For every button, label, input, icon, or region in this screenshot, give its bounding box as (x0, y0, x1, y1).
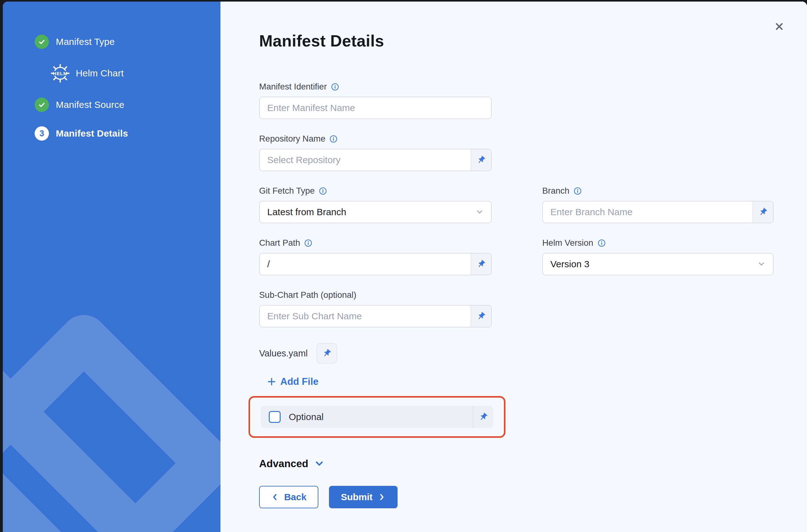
values-yaml-pin-button[interactable] (316, 343, 337, 364)
manifest-identifier-input[interactable] (260, 97, 491, 118)
helm-version-value: Version 3 (550, 259, 757, 269)
pin-icon (476, 155, 486, 165)
runtime-input-pin-button[interactable] (752, 202, 773, 223)
chevron-down-icon (757, 260, 766, 269)
page-title: Manifest Details (259, 32, 774, 50)
pin-icon (476, 259, 486, 269)
submit-button[interactable]: Submit (329, 486, 398, 508)
wizard-sidebar: Manifest Type (3, 2, 220, 532)
advanced-label: Advanced (259, 458, 308, 470)
manifest-identifier-label: Manifest Identifier (259, 82, 327, 92)
git-fetch-type-label: Git Fetch Type (259, 186, 315, 196)
add-file-button[interactable]: Add File (267, 376, 319, 387)
chart-path-input[interactable] (260, 253, 470, 275)
optional-checkbox-label: Optional (289, 412, 324, 422)
branch-label: Branch (542, 186, 570, 196)
step-label: Manifest Type (56, 37, 115, 47)
check-icon (35, 35, 49, 49)
manifest-identifier-field: Manifest Identifier (259, 81, 492, 119)
sidebar-step-manifest-source[interactable]: Manifest Source (35, 98, 220, 112)
chevron-down-icon (475, 207, 484, 217)
advanced-toggle[interactable]: Advanced (259, 458, 325, 470)
runtime-input-pin-button[interactable] (470, 149, 491, 171)
info-icon[interactable] (319, 187, 327, 195)
branch-field: Branch (542, 186, 774, 223)
repository-name-field: Repository Name (259, 133, 492, 171)
helm-version-select[interactable]: Version 3 (542, 253, 774, 276)
optional-highlight-annotation: Optional (249, 396, 505, 438)
branch-input[interactable] (543, 202, 752, 223)
repository-name-label: Repository Name (259, 134, 325, 144)
sub-chart-path-label: Sub-Chart Path (optional) (259, 290, 357, 300)
wizard-actions: Back Submit (259, 486, 774, 508)
git-fetch-type-field: Git Fetch Type Latest from Branch (259, 186, 492, 223)
runtime-input-pin-button[interactable] (470, 306, 491, 327)
manifest-wizard-dialog: Manifest Type (3, 2, 807, 532)
chevron-left-icon (271, 493, 280, 501)
info-icon[interactable] (304, 239, 312, 247)
repository-name-input[interactable] (260, 149, 470, 171)
optional-checkbox-row: Optional (261, 406, 493, 428)
submit-button-label: Submit (341, 492, 372, 502)
sidebar-step-helm-chart[interactable]: HELM Helm Chart (50, 63, 220, 83)
pin-icon (478, 412, 488, 422)
values-yaml-section: Values.yaml (259, 343, 774, 364)
chevron-right-icon (377, 493, 386, 501)
runtime-input-pin-button[interactable] (470, 253, 491, 275)
step-label: Manifest Details (56, 128, 128, 139)
chart-path-field: Chart Path (259, 238, 492, 276)
add-file-label: Add File (280, 376, 319, 387)
step-number-badge: 3 (35, 126, 49, 141)
helm-version-field: Helm Version Version 3 (542, 238, 774, 276)
sub-chart-path-input[interactable] (260, 306, 470, 327)
manifest-details-panel: Manifest Details Manifest Identifier Rep… (220, 2, 807, 532)
info-icon[interactable] (329, 135, 338, 143)
pin-icon (322, 348, 332, 359)
helm-wheel-icon: HELM (50, 63, 70, 83)
sub-chart-path-field: Sub-Chart Path (optional) (259, 290, 492, 327)
pin-icon (758, 207, 768, 217)
close-icon[interactable] (773, 20, 786, 33)
git-fetch-type-value: Latest from Branch (267, 207, 475, 217)
sidebar-step-manifest-type[interactable]: Manifest Type (35, 35, 220, 49)
git-fetch-type-select[interactable]: Latest from Branch (259, 201, 492, 223)
runtime-input-pin-button[interactable] (473, 406, 493, 428)
plus-icon (267, 377, 276, 386)
step-label: Manifest Source (56, 99, 124, 110)
back-button-label: Back (284, 492, 307, 502)
helm-version-label: Helm Version (542, 238, 593, 248)
wizard-steps: Manifest Type (3, 2, 220, 141)
check-icon (35, 98, 49, 112)
info-icon[interactable] (331, 83, 339, 91)
svg-text:HELM: HELM (53, 71, 68, 76)
info-icon[interactable] (597, 239, 606, 247)
back-button[interactable]: Back (259, 486, 319, 508)
optional-checkbox[interactable] (269, 411, 281, 423)
info-icon[interactable] (573, 187, 582, 195)
chevron-down-icon (314, 458, 325, 469)
step-label: Helm Chart (76, 68, 124, 79)
chart-path-label: Chart Path (259, 238, 300, 248)
values-yaml-label: Values.yaml (259, 348, 308, 359)
pin-icon (476, 311, 486, 322)
sidebar-step-manifest-details[interactable]: 3 Manifest Details (35, 126, 220, 141)
